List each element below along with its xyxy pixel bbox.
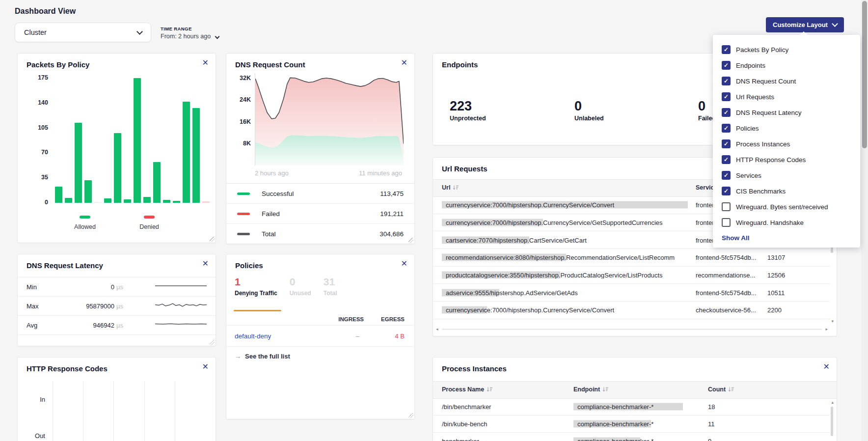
checkbox-icon[interactable]: ✓ <box>722 155 731 164</box>
process-table-row[interactable]: /bin/kube-benchcompliance-benchmarker-*1… <box>433 415 830 433</box>
vertical-scrollbar[interactable] <box>831 407 833 436</box>
scroll-down-icon[interactable]: ▾ <box>831 319 834 324</box>
see-full-list-link[interactable]: → See the full list <box>235 353 290 360</box>
chart-bar <box>94 202 102 203</box>
checkbox-icon[interactable] <box>722 202 731 211</box>
menu-item[interactable]: ✓Services <box>722 167 851 183</box>
scrollbar-thumb[interactable] <box>862 1 867 148</box>
checkbox-icon[interactable]: ✓ <box>722 139 731 148</box>
close-icon[interactable]: ✕ <box>823 363 830 371</box>
checkbox-icon[interactable]: ✓ <box>722 187 731 195</box>
resize-handle[interactable] <box>210 237 215 242</box>
policies-tab-denying-traffic[interactable]: 1Denying Traffic <box>235 276 277 297</box>
close-icon[interactable]: ✕ <box>202 260 209 268</box>
policy-row[interactable]: default-deny – 4 B <box>226 325 414 347</box>
resize-handle[interactable] <box>210 340 215 345</box>
checkbox-icon[interactable]: ✓ <box>722 77 731 85</box>
page-scrollbar[interactable] <box>861 0 868 441</box>
close-icon[interactable]: ✕ <box>401 59 407 67</box>
close-icon[interactable]: ✕ <box>202 363 209 371</box>
view-select-value: Cluster <box>24 28 47 36</box>
menu-item-label: Policies <box>736 125 759 132</box>
checkbox-icon[interactable]: ✓ <box>722 61 731 70</box>
card-title: Endpoints <box>442 60 478 69</box>
chart-bar <box>55 187 62 203</box>
checkbox-icon[interactable]: ✓ <box>722 124 731 133</box>
process-table-row[interactable]: /bin/benchmarkercompliance-benchmarker-*… <box>433 398 830 415</box>
y-axis-tick: 105 <box>30 124 48 131</box>
checkbox-icon[interactable]: ✓ <box>722 45 731 54</box>
menu-item[interactable]: Wireguard. Bytes sent/received <box>722 199 851 215</box>
policy-link[interactable]: default-deny <box>235 332 271 340</box>
menu-item-label: Wireguard. Handshake <box>736 219 804 226</box>
policies-tab-unused[interactable]: 0Unused <box>290 276 311 297</box>
menu-item-label: DNS Request Latency <box>736 109 802 116</box>
column-header-count[interactable]: Count <box>708 386 734 393</box>
page-title: Dashboard View <box>15 7 76 16</box>
checkbox-icon[interactable]: ✓ <box>722 108 731 117</box>
view-select[interactable]: Cluster <box>15 23 151 42</box>
customize-layout-menu: ✓Packets By Policy✓Endpoints✓DNS Request… <box>713 35 860 248</box>
y-axis-tick: 24K <box>231 96 251 103</box>
menu-item[interactable]: ✓Policies <box>722 120 851 136</box>
column-header-url[interactable]: Url <box>442 184 459 191</box>
menu-item[interactable]: ✓CIS Benchmarks <box>722 183 851 199</box>
time-range-value[interactable]: From: 2 hours ago <box>161 33 219 40</box>
url-table-row[interactable]: productcatalogservice:3550/hipstershop.P… <box>433 267 830 284</box>
policy-ingress-value: – <box>356 332 359 340</box>
checkbox-icon[interactable]: ✓ <box>722 171 731 180</box>
process-name-cell: /bin/benchmarker <box>442 403 491 411</box>
horizontal-scrollbar[interactable] <box>442 329 822 330</box>
menu-item[interactable]: ✓Url Requests <box>722 89 851 105</box>
url-highlight: recommendationservice:8080/hipstershop. <box>442 254 566 261</box>
resize-handle[interactable] <box>408 238 413 243</box>
menu-item[interactable]: ✓DNS Request Latency <box>722 105 851 120</box>
check-icon: ✓ <box>724 172 729 179</box>
endpoint-stat: 0Unlabeled <box>574 99 604 122</box>
latency-sparkline <box>155 318 207 332</box>
scroll-up-icon[interactable]: ▴ <box>831 400 834 405</box>
time-range: TIME RANGE From: 2 hours ago <box>161 26 219 40</box>
legend-label: Total <box>262 230 276 238</box>
scroll-left-icon[interactable]: ◂ <box>436 327 438 331</box>
dns-request-latency-card: DNS Request Latency ✕ Min0µsMax95879000µ… <box>17 254 216 346</box>
process-name-cell: benchmarker <box>442 438 479 441</box>
sort-icon <box>602 386 609 392</box>
tab-count: 0 <box>290 276 311 288</box>
check-icon: ✓ <box>724 140 729 147</box>
menu-item-label: DNS Request Count <box>736 78 796 85</box>
close-icon[interactable]: ✕ <box>401 260 407 268</box>
url-table-row[interactable]: adservice:9555/hipstershop.AdService/Get… <box>433 284 830 302</box>
scroll-right-icon[interactable]: ▸ <box>825 327 828 331</box>
menu-item[interactable]: ✓Packets By Policy <box>722 42 851 57</box>
dns-legend: Successful113,475Failed191,211Total304,6… <box>226 183 414 244</box>
latency-sparkline <box>155 280 207 294</box>
packets-by-policy-card: Packets By Policy ✕ 03570105140175 Allow… <box>17 53 216 243</box>
menu-item-label: Endpoints <box>736 62 765 69</box>
menu-item[interactable]: ✓Endpoints <box>722 57 851 73</box>
tab-label: Denying Traffic <box>235 290 277 297</box>
url-cell: productcatalogservice:3550/hipstershop.P… <box>442 272 690 279</box>
policies-tab-total[interactable]: 31Total <box>324 276 337 297</box>
process-table-row[interactable]: benchmarkercompliance-benchmarker-*9 <box>433 433 830 441</box>
resize-handle[interactable] <box>408 413 413 418</box>
menu-item[interactable]: Wireguard. Handshake <box>722 215 851 230</box>
latency-value: 946942µs <box>57 322 123 329</box>
menu-item[interactable]: ✓Process Instances <box>722 136 851 152</box>
menu-item[interactable]: ✓DNS Request Count <box>722 73 851 89</box>
customize-layout-button[interactable]: Customize Layout <box>766 17 844 32</box>
url-table-row[interactable]: recommendationservice:8080/hipstershop.R… <box>433 249 830 267</box>
show-all-link[interactable]: Show All <box>722 234 851 242</box>
checkbox-icon[interactable]: ✓ <box>722 92 731 101</box>
policies-tabs: 1Denying Traffic0Unused31Total <box>235 276 337 297</box>
close-icon[interactable]: ✕ <box>202 59 209 67</box>
menu-item[interactable]: ✓HTTP Response Codes <box>722 152 851 167</box>
process-name-cell: /bin/kube-bench <box>442 420 488 428</box>
checkbox-icon[interactable] <box>722 218 731 227</box>
check-icon: ✓ <box>724 109 729 116</box>
column-header-process-name[interactable]: Process Name <box>442 386 493 393</box>
tab-count: 31 <box>324 276 337 288</box>
column-header-endpoint[interactable]: Endpoint <box>573 386 609 393</box>
url-table-row[interactable]: currencyservice:7000/hipstershop.Currenc… <box>433 302 830 319</box>
menu-item-label: HTTP Response Codes <box>736 156 806 164</box>
